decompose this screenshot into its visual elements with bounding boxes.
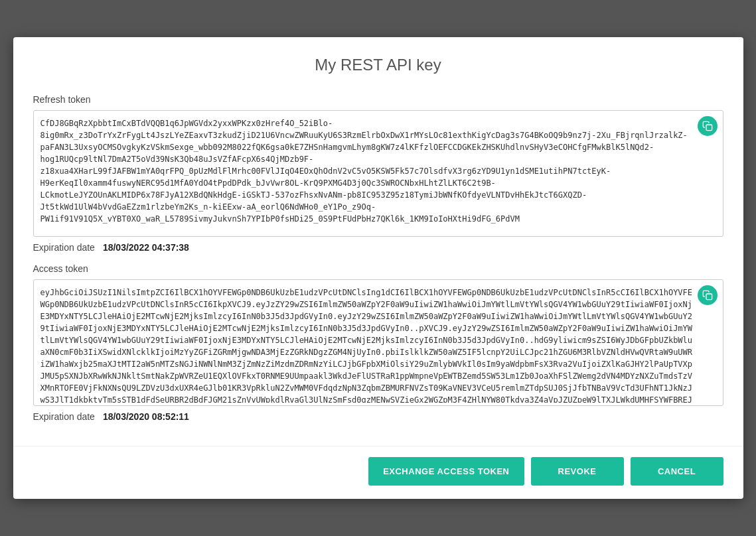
svg-rect-1: [706, 294, 712, 300]
refresh-token-label: Refresh token: [33, 94, 723, 105]
copy-refresh-token-button[interactable]: [698, 116, 718, 136]
dialog-title: My REST API key: [13, 37, 743, 88]
dialog-footer: EXCHANGE ACCESS TOKEN REVOKE CANCEL: [13, 446, 743, 499]
revoke-button[interactable]: REVOKE: [531, 457, 624, 486]
exchange-access-token-button[interactable]: EXCHANGE ACCESS TOKEN: [368, 457, 524, 486]
refresh-token-textarea[interactable]: [34, 111, 723, 234]
access-expiration-label: Expiration date: [33, 411, 95, 422]
refresh-expiration-value: 18/03/2022 04:37:38: [103, 242, 189, 253]
copy-access-token-button[interactable]: [698, 285, 718, 305]
svg-rect-0: [706, 125, 712, 131]
rest-api-key-dialog: My REST API key Refresh token Expiration…: [13, 37, 743, 499]
refresh-expiration-row: Expiration date 18/03/2022 04:37:38: [33, 242, 723, 253]
access-expiration-value: 18/03/2020 08:52:11: [103, 411, 189, 422]
access-token-label: Access token: [33, 263, 723, 274]
dialog-body: Refresh token Expiration date 18/03/2022…: [13, 88, 743, 446]
access-token-box: [33, 279, 723, 406]
refresh-token-box: [33, 110, 723, 237]
cancel-button[interactable]: CANCEL: [631, 457, 723, 486]
access-token-textarea[interactable]: [34, 280, 723, 403]
refresh-expiration-label: Expiration date: [33, 242, 95, 253]
access-expiration-row: Expiration date 18/03/2020 08:52:11: [33, 411, 723, 422]
